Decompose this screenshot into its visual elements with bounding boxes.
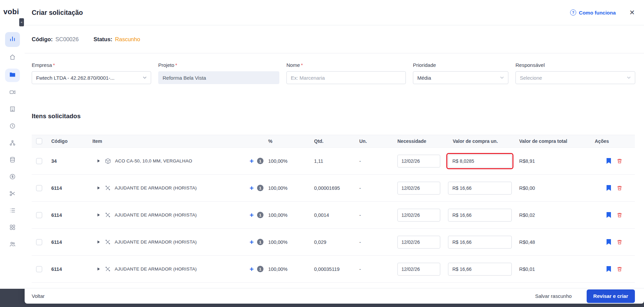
expand-caret-icon[interactable] (97, 267, 100, 271)
nome-input[interactable] (286, 71, 406, 84)
need-date-input[interactable] (397, 209, 440, 222)
trash-icon[interactable] (617, 212, 622, 218)
add-icon[interactable]: + (250, 184, 254, 191)
request-meta-bar: Código: SC00026 Status: Rascunho (25, 25, 644, 53)
empresa-select[interactable]: Fwtech LTDA - 42.262.870/0001-... (32, 71, 151, 84)
col-acoes: Ações (595, 138, 631, 144)
prioridade-label: Prioridade (413, 62, 436, 68)
prioridade-select[interactable]: Média (413, 71, 508, 84)
stock-icon (9, 156, 16, 164)
empresa-label: Empresa (32, 62, 52, 68)
chevron-down-icon (500, 76, 504, 79)
network-icon (9, 139, 16, 148)
bookmark-icon[interactable] (606, 212, 611, 218)
expand-caret-icon[interactable] (97, 159, 100, 163)
sidebar-item-stock[interactable] (5, 154, 20, 167)
table-row: 6114 AJUDANTE DE ARMADOR (HORISTA) + 1 1… (32, 202, 635, 229)
add-icon[interactable]: + (250, 238, 254, 246)
row-checkbox[interactable] (36, 158, 42, 164)
item-qty: 0,0014 (314, 212, 359, 218)
unit-price-input[interactable] (448, 155, 512, 168)
required-asterisk: * (301, 62, 303, 68)
item-qty: 0,00001695 (314, 185, 359, 191)
bookmark-icon[interactable] (606, 185, 611, 191)
add-icon[interactable]: + (250, 211, 254, 219)
items-table: Código Item % Qtd. Un. Necessidade Valor… (32, 135, 635, 283)
expand-caret-icon[interactable] (97, 213, 100, 217)
sidebar-item-team[interactable] (5, 239, 20, 251)
how-it-works-label: Como funciona (579, 10, 616, 16)
unit-price-input[interactable] (448, 263, 512, 276)
chevron-down-icon (627, 76, 631, 79)
projeto-value: Reforma Bela Vista (163, 75, 206, 81)
status-badge: Rascunho (115, 36, 140, 43)
trash-icon[interactable] (617, 158, 622, 164)
review-create-button[interactable]: Revisar e criar (587, 289, 635, 303)
bookmark-icon[interactable] (606, 158, 611, 164)
labor-icon (105, 239, 111, 245)
expand-caret-icon[interactable] (97, 240, 100, 244)
finance-icon (9, 173, 16, 181)
save-draft-button[interactable]: Salvar rascunho (535, 293, 571, 299)
bookmark-icon[interactable] (606, 239, 611, 245)
company-icon (9, 106, 16, 114)
expand-caret-icon[interactable] (97, 186, 100, 190)
sidebar-item-projects[interactable] (5, 69, 20, 82)
how-it-works-link[interactable]: ? Como funciona (570, 9, 616, 16)
nome-label: Nome (286, 62, 300, 68)
unit-price-input[interactable] (448, 182, 512, 195)
sidebar-item-apps[interactable] (5, 222, 20, 234)
add-icon[interactable]: + (250, 157, 254, 164)
sidebar-item-home[interactable] (5, 52, 20, 64)
sidebar-item-tasks[interactable] (5, 205, 20, 217)
item-unit: - (359, 239, 397, 245)
close-icon[interactable]: ✕ (629, 9, 635, 16)
sidebar-item-network[interactable] (5, 137, 20, 150)
row-checkbox[interactable] (36, 212, 42, 218)
add-icon[interactable]: + (250, 265, 254, 273)
sidebar-item-finance[interactable] (5, 171, 20, 183)
item-percent: 100,00% (268, 266, 314, 272)
field-nome: Nome* (286, 62, 406, 84)
request-form: Empresa* Fwtech LTDA - 42.262.870/0001-.… (25, 53, 644, 84)
trash-icon[interactable] (617, 266, 622, 272)
need-date-input[interactable] (397, 182, 440, 195)
item-total: R$8,91 (519, 158, 595, 164)
item-code: 6114 (47, 266, 92, 272)
time-icon (9, 123, 16, 131)
codigo-group: Código: SC00026 (32, 36, 79, 43)
item-code: 6114 (47, 185, 92, 191)
select-all-checkbox[interactable] (36, 138, 42, 144)
responsavel-select[interactable]: Selecione (515, 71, 635, 84)
sidebar-item-company[interactable] (5, 104, 20, 116)
table-row: 6114 AJUDANTE DE ARMADOR (HORISTA) + 1 1… (32, 229, 635, 256)
sidebar-collapse-button[interactable]: « (19, 18, 24, 26)
item-name: ACO CA-50, 10,0 MM, VERGALHAO (115, 158, 192, 163)
count-badge: 1 (257, 158, 263, 164)
item-unit: - (359, 185, 397, 191)
back-button[interactable]: Voltar (32, 293, 45, 299)
need-date-input[interactable] (397, 263, 440, 276)
unit-price-input[interactable] (448, 209, 512, 222)
bookmark-icon[interactable] (606, 266, 611, 272)
row-checkbox[interactable] (36, 239, 42, 245)
row-checkbox[interactable] (36, 185, 42, 191)
trash-icon[interactable] (617, 185, 622, 191)
create-request-modal: Criar solicitação ? Como funciona ✕ Códi… (25, 0, 644, 304)
codigo-value: SC00026 (55, 36, 79, 43)
unit-price-input[interactable] (448, 236, 512, 249)
sidebar-item-media[interactable] (5, 87, 20, 99)
item-total: R$0,02 (519, 212, 595, 218)
codigo-label: Código: (32, 36, 53, 43)
count-badge: 1 (257, 239, 263, 245)
need-date-input[interactable] (397, 236, 440, 249)
team-icon (9, 241, 16, 249)
sidebar-item-time[interactable] (5, 121, 20, 133)
row-checkbox[interactable] (36, 266, 42, 272)
trash-icon[interactable] (617, 239, 622, 245)
labor-icon (105, 212, 111, 218)
sidebar-item-tools[interactable] (5, 188, 20, 200)
sidebar-item-dashboard[interactable] (5, 32, 20, 47)
field-prioridade: Prioridade Média (413, 62, 508, 84)
need-date-input[interactable] (397, 155, 440, 168)
